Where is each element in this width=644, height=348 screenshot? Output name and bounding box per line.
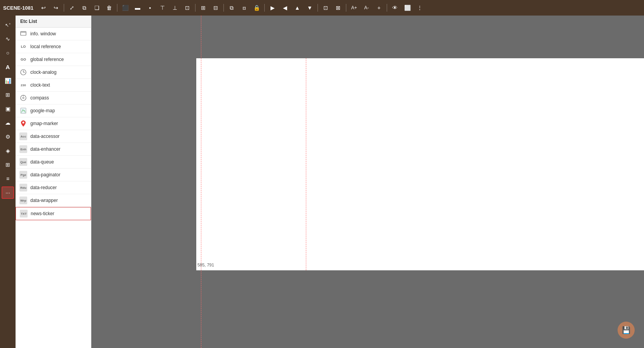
settings-icon: ⚙ <box>5 134 10 140</box>
etc-item-data-paginator[interactable]: Pge data-paginator <box>16 169 91 181</box>
redo-button[interactable]: ↪ <box>51 2 61 13</box>
paste2-button[interactable]: ⊠ <box>333 2 344 13</box>
clock-analog-icon <box>19 68 27 76</box>
etc-item-clock-analog[interactable]: clock-analog <box>16 66 91 79</box>
group-button[interactable]: ⧉ <box>226 2 237 13</box>
google-map-icon <box>19 107 27 115</box>
sidebar-item-shape[interactable]: ○ <box>2 47 14 59</box>
add-button[interactable]: + <box>373 2 384 13</box>
lock-button[interactable]: 🔒 <box>251 2 262 13</box>
etc-panel-title: Etc List <box>20 19 37 24</box>
scene-title: SCENE-1081 <box>3 5 33 11</box>
etc-item-data-queue[interactable]: Que data-queue <box>16 156 91 169</box>
etc-item-local-reference[interactable]: LO local reference <box>16 40 91 53</box>
copy2-button[interactable]: ⊡ <box>320 2 331 13</box>
sidebar-item-more[interactable]: ··· <box>2 186 14 199</box>
info-window-label: info. window <box>30 31 56 37</box>
etc-item-google-map[interactable]: google-map <box>16 104 91 117</box>
font-increase-button[interactable]: A+ <box>349 2 360 13</box>
dist-v-button[interactable]: ⊟ <box>210 2 221 13</box>
dist-h-button[interactable]: ⊞ <box>198 2 209 13</box>
data-wrapper-label: data-wrapper <box>30 198 58 203</box>
data-queue-icon: Que <box>19 158 27 166</box>
sidebar-item-list[interactable]: ≡ <box>2 172 14 185</box>
align-vcenter-button[interactable]: ⊥ <box>169 2 180 13</box>
sidebar-item-select[interactable]: ↖+ <box>2 19 14 31</box>
sidebar-item-building[interactable]: ⊞ <box>2 158 14 171</box>
etc-item-global-reference[interactable]: GO global reference <box>16 53 91 66</box>
backward-button[interactable]: ◀ <box>279 2 290 13</box>
sidebar-item-cloud[interactable]: ☁ <box>2 117 14 129</box>
sidebar-item-media[interactable]: ▣ <box>2 103 14 115</box>
global-reference-icon: GO <box>19 56 27 63</box>
sidebar: ↖+ ∿ ○ A 📊 ⊞ ▣ ☁ ⚙ ◈ ⊞ ≡ ··· <box>0 16 16 348</box>
etc-item-data-wrapper[interactable]: Wrp data-wrapper <box>16 194 91 207</box>
news-ticker-label: news-ticker <box>31 211 54 216</box>
align-hcenter-button[interactable]: ▬ <box>132 2 143 13</box>
etc-item-info-window[interactable]: info. window <box>16 28 91 40</box>
sidebar-item-geo[interactable]: ◈ <box>2 144 14 157</box>
sep5 <box>264 4 265 12</box>
align-top-button[interactable]: ⊤ <box>157 2 168 13</box>
etc-item-data-enhancer[interactable]: Enh data-enhancer <box>16 143 91 156</box>
clock-text-label: clock-text <box>30 82 50 88</box>
back-button[interactable]: ▼ <box>304 2 315 13</box>
etc-item-clock-text[interactable]: 230 clock-text <box>16 79 91 92</box>
data-accessor-icon: Acc <box>19 132 27 140</box>
etc-item-compass[interactable]: compass <box>16 92 91 104</box>
sep7 <box>346 4 346 12</box>
align-left-button[interactable]: ⬛ <box>120 2 131 13</box>
move-button[interactable]: ⤢ <box>66 2 77 13</box>
more-toolbar-button[interactable]: ⋮ <box>414 2 425 13</box>
data-accessor-label: data-accessor <box>30 134 59 139</box>
font-decrease-button[interactable]: A- <box>361 2 372 13</box>
align-right-button[interactable]: ▪ <box>145 2 155 13</box>
clock-analog-label: clock-analog <box>30 70 56 75</box>
ungroup-button[interactable]: ⧈ <box>239 2 250 13</box>
sidebar-item-chart[interactable]: 📊 <box>2 75 14 87</box>
chart-icon: 📊 <box>5 78 11 84</box>
compass-label: compass <box>30 95 49 101</box>
select-icon: ↖+ <box>5 22 11 28</box>
gmap-marker-icon <box>19 120 27 127</box>
delete-button[interactable]: 🗑 <box>104 2 115 13</box>
etc-item-news-ticker[interactable]: TXT news-ticker <box>16 207 91 220</box>
svg-point-9 <box>23 122 24 124</box>
sidebar-item-settings[interactable]: ⚙ <box>2 130 14 143</box>
undo-button[interactable]: ↩ <box>38 2 49 13</box>
etc-item-data-reducer[interactable]: Rdu data-reducer <box>16 181 91 194</box>
toolbar: SCENE-1081 ↩ ↪ ⤢ ⧉ ❑ 🗑 ⬛ ▬ ▪ ⊤ ⊥ ⊡ ⊞ ⊟ ⧉… <box>0 0 644 16</box>
copy-button[interactable]: ⧉ <box>79 2 90 13</box>
save-button[interactable]: 💾 <box>618 322 635 339</box>
paste-button[interactable]: ❑ <box>91 2 102 13</box>
sep2 <box>117 4 117 12</box>
sep6 <box>318 4 318 12</box>
table-icon: ⊞ <box>5 92 10 98</box>
eye-button[interactable]: 👁 <box>389 2 400 13</box>
etc-panel-header: Etc List <box>16 16 91 28</box>
canvas-coordinates: 585, 791 <box>197 263 214 267</box>
sep4 <box>223 4 224 12</box>
align-bottom-button[interactable]: ⊡ <box>182 2 193 13</box>
media-icon: ▣ <box>5 106 10 112</box>
sidebar-item-text[interactable]: A <box>2 61 14 73</box>
shape-icon: ○ <box>6 50 9 56</box>
sidebar-item-table[interactable]: ⊞ <box>2 89 14 101</box>
local-reference-label: local reference <box>30 44 61 49</box>
guide-line-vertical <box>306 58 306 270</box>
etc-item-data-accessor[interactable]: Acc data-accessor <box>16 130 91 143</box>
data-enhancer-icon: Enh <box>19 145 27 153</box>
screen-button[interactable]: ⬜ <box>402 2 413 13</box>
svg-point-6 <box>23 97 24 99</box>
front-button[interactable]: ▲ <box>292 2 303 13</box>
etc-item-gmap-marker[interactable]: gmap-marker <box>16 117 91 130</box>
guide-line-vertical-top <box>201 16 201 348</box>
save-icon: 💾 <box>622 326 630 334</box>
cloud-icon: ☁ <box>5 120 10 126</box>
sep3 <box>195 4 195 12</box>
sidebar-item-draw[interactable]: ∿ <box>2 33 14 45</box>
forward-button[interactable]: ▶ <box>267 2 278 13</box>
geo-icon: ◈ <box>6 148 10 154</box>
text-icon: A <box>6 64 10 70</box>
gmap-marker-label: gmap-marker <box>30 121 58 126</box>
